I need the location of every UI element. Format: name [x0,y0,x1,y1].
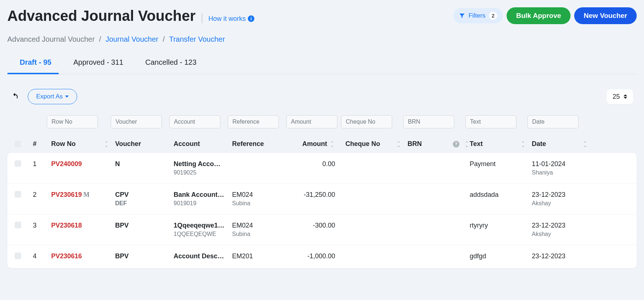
col-row-no[interactable]: Row No [51,140,115,148]
cell-amount: 0.00 [291,160,345,168]
page-size-select[interactable]: 25 [607,89,633,104]
help-icon[interactable]: ? [453,141,459,147]
cell-date: 23-12-2023 Akshay [532,191,594,207]
table-row[interactable]: 2 PV230619M CPV DEF Bank Account… 901901… [7,184,637,214]
breadcrumb-journal-voucher[interactable]: Journal Voucher [106,35,159,44]
info-icon: i [248,15,254,22]
cell-text: rtyryry [470,222,532,229]
filters-button[interactable]: Filters 2 [453,8,503,23]
cell-row-no[interactable]: PV230616 [51,252,115,260]
tab-cancelled[interactable]: Cancelled - 123 [145,58,196,74]
caret-down-icon [65,95,69,98]
cell-voucher: N [115,160,174,168]
page-size-value: 25 [613,93,620,101]
filter-row-no[interactable] [47,115,98,128]
row-checkbox[interactable] [15,252,21,259]
sort-icon [103,141,109,147]
col-account: Account [174,140,232,148]
cell-text: addsdada [470,191,532,199]
cell-amount: -31,250.00 [291,191,345,199]
tab-approved[interactable]: Approved - 311 [73,58,124,74]
cell-reference: EM024 Subina [232,191,291,207]
cell-text: Payment [470,160,532,168]
export-as-button[interactable]: Export As [28,89,77,104]
page-title: Advanced Journal Voucher [7,8,196,24]
filter-voucher[interactable] [111,115,162,128]
breadcrumb-transfer-voucher[interactable]: Transfer Voucher [169,35,225,44]
col-amount-label: Amount [302,140,327,148]
col-brn[interactable]: BRN ? [408,140,470,148]
cell-date: 23-12-2023 Akshay [532,222,594,237]
filter-amount[interactable] [286,115,337,128]
table-row[interactable]: 4 PV230616 BPV Account Desc… EM201 -1,00… [7,245,637,268]
updown-icon [624,94,627,99]
sort-icon [582,141,588,147]
breadcrumb-current: Advanced Journal Voucher [7,35,95,44]
cell-account: 1Qqeeqeqwe1… 1QQEEQEQWE [174,222,232,237]
cell-account: Account Desc… [174,252,232,260]
filter-text[interactable] [465,115,516,128]
cell-text: gdfgd [470,252,532,260]
cell-date: 23-12-2023 [532,252,594,260]
cell-account: Bank Account… 9019019 [174,191,232,207]
col-amount[interactable]: Amount [291,140,345,148]
sort-icon [329,141,335,147]
filters-count: 2 [489,12,497,20]
cell-row-no[interactable]: PV230619M [51,191,115,199]
col-cheque-no-label: Cheque No [345,140,380,148]
breadcrumb: Advanced Journal Voucher / Journal Vouch… [7,35,637,44]
cell-amount: -1,000.00 [291,252,345,260]
new-voucher-button[interactable]: New Voucher [574,7,637,24]
sort-icon [464,141,470,147]
col-row-no-label: Row No [51,140,76,148]
filter-cheque-no[interactable] [341,115,392,128]
col-brn-label: BRN [408,140,422,148]
cell-account: Netting Acco… 9019025 [174,160,232,176]
cell-row-no[interactable]: PV230618 [51,222,115,229]
col-cheque-no[interactable]: Cheque No [345,140,408,148]
breadcrumb-separator: / [163,35,165,44]
col-text-label: Text [470,140,483,148]
col-date-label: Date [532,140,546,148]
filter-brn[interactable] [403,115,454,128]
m-badge: M [83,191,90,199]
export-label: Export As [36,93,63,100]
cell-idx: 4 [33,252,51,260]
refresh-icon[interactable] [11,93,19,101]
cell-amount: -300.00 [291,222,345,229]
filter-icon [459,13,465,19]
how-it-works-label: How it works [208,15,246,23]
row-checkbox[interactable] [15,160,21,167]
bulk-approve-button[interactable]: Bulk Approve [507,7,571,24]
cell-idx: 3 [33,222,51,229]
cell-voucher: CPV DEF [115,191,174,207]
col-reference: Reference [232,140,291,148]
row-checkbox[interactable] [15,191,21,198]
row-checkbox[interactable] [15,222,21,228]
col-voucher: Voucher [115,140,174,148]
table-row[interactable]: 3 PV230618 BPV 1Qqeeqeqwe1… 1QQEEQEQWE E… [7,214,637,245]
filters-label: Filters [469,12,485,19]
col-hash: # [33,140,51,148]
cell-reference: EM024 Subina [232,222,291,237]
cell-row-no[interactable]: PV240009 [51,160,115,168]
how-it-works-link[interactable]: How it works i [208,15,254,23]
tab-draft[interactable]: Draft - 95 [20,58,52,74]
cell-idx: 1 [33,160,51,168]
sort-icon [396,141,402,147]
tabs: Draft - 95 Approved - 311 Cancelled - 12… [7,58,637,74]
breadcrumb-separator: / [99,35,101,44]
col-text[interactable]: Text [470,140,532,148]
table-row[interactable]: 1 PV240009 N Netting Acco… 9019025 0.00 … [7,153,637,184]
cell-voucher: BPV [115,252,174,260]
cell-idx: 2 [33,191,51,199]
col-date[interactable]: Date [532,140,594,148]
filter-reference[interactable] [228,115,279,128]
cell-voucher: BPV [115,222,174,229]
title-separator: | [201,12,203,23]
filter-date[interactable] [527,115,579,128]
cell-reference: EM201 [232,252,291,260]
cell-date: 11-01-2024 Shaniya [532,160,594,176]
filter-account[interactable] [169,115,220,128]
select-all-checkbox[interactable] [15,141,21,147]
